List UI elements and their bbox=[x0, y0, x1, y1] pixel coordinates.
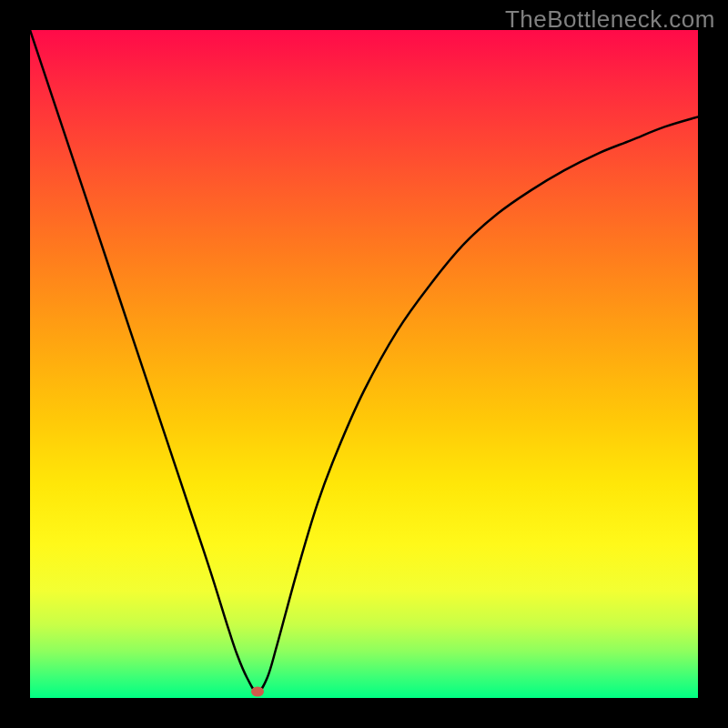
chart-frame: TheBottleneck.com bbox=[0, 0, 728, 728]
marker-dot bbox=[251, 687, 264, 697]
line-series bbox=[30, 30, 698, 692]
watermark-text: TheBottleneck.com bbox=[505, 5, 715, 34]
plot-area bbox=[30, 30, 698, 698]
curve-svg bbox=[30, 30, 698, 698]
